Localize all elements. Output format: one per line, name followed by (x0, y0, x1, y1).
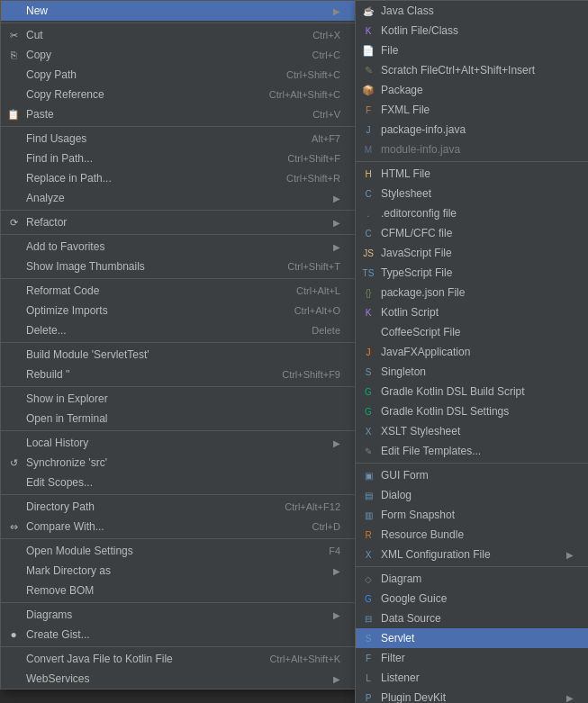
submenu-item-plugin-devkit[interactable]: PPlugin DevKit▶ (356, 688, 588, 703)
submenu-label: Gradle Kotlin DSL Settings (381, 405, 509, 418)
menu-separator (1, 126, 355, 127)
submenu-item-dialog[interactable]: ▤Dialog (356, 485, 588, 505)
menu-item-add-favorites[interactable]: Add to Favorites▶ (1, 237, 355, 257)
submenu-item-gradle-kotlin-build[interactable]: GGradle Kotlin DSL Build Script (356, 382, 588, 401)
submenu-label: Scratch File (381, 64, 438, 77)
submenu-item-xml-config[interactable]: XXML Configuration File▶ (356, 545, 588, 564)
submenu-label: Package (381, 84, 423, 96)
submenu-item-edit-file-templates[interactable]: ✎Edit File Templates... (356, 441, 588, 461)
submenu-item-data-source[interactable]: ⊟Data Source (356, 608, 588, 628)
submenu-item-fxml-file[interactable]: FFXML File (356, 100, 588, 120)
submenu-item-xslt-stylesheet[interactable]: XXSLT Stylesheet (356, 421, 588, 441)
submenu-item-filter[interactable]: FFilter (356, 648, 588, 668)
menu-item-rebuild[interactable]: Rebuild ''Ctrl+Shift+F9 (1, 365, 355, 384)
menu-shortcut: Alt+F7 (285, 133, 340, 144)
menu-item-new[interactable]: New▶ (1, 1, 355, 21)
folder-icon (6, 4, 21, 18)
menu-item-copy[interactable]: ⎘CopyCtrl+C (1, 45, 355, 65)
menu-item-mark-directory[interactable]: Mark Directory as▶ (1, 561, 355, 581)
submenu-item-cfml[interactable]: CCFML/CFC file (356, 223, 588, 243)
submenu-item-package-json[interactable]: {}package.json File (356, 283, 588, 302)
submenu-item-kotlin-script[interactable]: KKotlin Script (356, 302, 588, 322)
singleton-icon: S (361, 365, 375, 379)
menu-item-delete[interactable]: Delete...Delete (1, 320, 355, 340)
menu-separator (1, 234, 355, 235)
menu-item-show-thumbnails[interactable]: Show Image ThumbnailsCtrl+Shift+T (1, 257, 355, 276)
submenu-item-editorconfig[interactable]: ..editorconfig file (356, 203, 588, 223)
kotlin-icon: K (361, 23, 375, 38)
json-icon: {} (361, 285, 375, 300)
submenu-item-file[interactable]: 📄File (356, 41, 588, 60)
menu-item-paste[interactable]: 📋PasteCtrl+V (1, 104, 355, 124)
submenu-item-package[interactable]: 📦Package (356, 80, 588, 100)
menu-item-convert-java[interactable]: Convert Java File to Kotlin FileCtrl+Alt… (1, 649, 355, 669)
menu-item-synchronize[interactable]: ↺Synchronize 'src' (1, 453, 355, 473)
menu-item-compare-with[interactable]: ⇔Compare With...Ctrl+D (1, 517, 355, 536)
menu-shortcut: Ctrl+Alt+O (267, 305, 340, 316)
menu-item-reformat[interactable]: Reformat CodeCtrl+Alt+L (1, 281, 355, 301)
menu-item-copy-path[interactable]: Copy PathCtrl+Shift+C (1, 65, 355, 85)
menu-item-create-gist[interactable]: ●Create Gist... (1, 625, 355, 644)
menu-item-open-module-settings[interactable]: Open Module SettingsF4 (1, 541, 355, 561)
submenu-item-java-class[interactable]: ☕Java Class (356, 1, 588, 21)
menu-item-find-in-path[interactable]: Find in Path...Ctrl+Shift+F (1, 149, 355, 168)
submenu-item-scratch-file[interactable]: ✎Scratch FileCtrl+Alt+Shift+Insert (356, 60, 588, 80)
menu-shortcut: Ctrl+Alt+Shift+K (242, 653, 340, 664)
submenu-item-javascript-file[interactable]: JSJavaScript File (356, 243, 588, 263)
submenu-item-javafx-app[interactable]: JJavaFXApplication (356, 342, 588, 362)
menu-item-remove-bom[interactable]: Remove BOM (1, 581, 355, 600)
submenu-item-package-info[interactable]: Jpackage-info.java (356, 120, 588, 140)
copy-icon: ⎘ (6, 48, 21, 62)
submenu-item-diagram[interactable]: ◇Diagram (356, 569, 588, 589)
submenu-item-html-file[interactable]: HHTML File (356, 164, 588, 184)
submenu-arrow-icon: ▶ (333, 218, 340, 228)
menu-item-build-module[interactable]: Build Module 'ServletTest' (1, 345, 355, 365)
submenu-item-kotlin-file[interactable]: KKotlin File/Class (356, 21, 588, 41)
sync-icon: ↺ (6, 455, 21, 470)
submenu-item-singleton[interactable]: SSingleton (356, 362, 588, 382)
menu-item-local-history[interactable]: Local History▶ (1, 433, 355, 453)
submenu-item-listener[interactable]: LListener (356, 668, 588, 688)
submenu-label: Java Class (381, 5, 434, 17)
menu-item-cut[interactable]: ✂CutCtrl+X (1, 25, 355, 45)
submenu-item-gui-form[interactable]: ▣GUI Form (356, 465, 588, 485)
submenu-item-coffeescript[interactable]: CoffeeScript File (356, 322, 588, 342)
menu-item-copy-ref[interactable]: Copy ReferenceCtrl+Alt+Shift+C (1, 85, 355, 104)
menu-item-webservices[interactable]: WebServices▶ (1, 669, 355, 689)
menu-separator (1, 646, 355, 647)
menu-separator (1, 210, 355, 211)
menu-item-find-usages[interactable]: Find UsagesAlt+F7 (1, 129, 355, 149)
file-icon: 📄 (361, 43, 375, 58)
menu-item-directory-path[interactable]: Directory PathCtrl+Alt+F12 (1, 497, 355, 517)
menu-shortcut: Ctrl+C (285, 50, 340, 60)
menu-item-optimize[interactable]: Optimize ImportsCtrl+Alt+O (1, 301, 355, 320)
dialog-icon: ▤ (361, 488, 375, 502)
menu-label: Mark Directory as (26, 564, 111, 577)
submenu-item-stylesheet[interactable]: CStylesheet (356, 184, 588, 203)
gui-icon: ▣ (361, 468, 375, 482)
html-icon: H (361, 167, 375, 181)
submenu-arrow-icon: ▶ (333, 194, 340, 203)
submenu-item-google-guice[interactable]: GGoogle Guice (356, 589, 588, 608)
cut-icon: ✂ (6, 28, 21, 42)
menu-item-edit-scopes[interactable]: Edit Scopes... (1, 473, 355, 492)
submenu-item-module-info[interactable]: Mmodule-info.java (356, 140, 588, 159)
menu-label: Directory Path (26, 500, 95, 513)
submenu-label: Google Guice (381, 592, 447, 605)
menu-item-replace-in-path[interactable]: Replace in Path...Ctrl+Shift+R (1, 168, 355, 188)
gist-icon: ● (6, 627, 21, 642)
menu-label: Diagrams (26, 608, 72, 621)
menu-label: Paste (26, 108, 54, 121)
submenu-item-resource-bundle[interactable]: RResource Bundle (356, 525, 588, 545)
menu-item-open-terminal[interactable]: Open in Terminal (1, 409, 355, 428)
submenu-item-typescript-file[interactable]: TSTypeScript File (356, 263, 588, 283)
submenu-item-servlet[interactable]: SServlet (356, 628, 588, 648)
javafx-icon: J (361, 345, 375, 359)
menu-item-analyze[interactable]: Analyze▶ (1, 188, 355, 208)
submenu-label: Form Snapshot (381, 509, 455, 521)
menu-item-show-explorer[interactable]: Show in Explorer (1, 389, 355, 409)
menu-item-refactor[interactable]: ⟳Refactor▶ (1, 212, 355, 232)
submenu-item-gradle-kotlin-settings[interactable]: GGradle Kotlin DSL Settings (356, 401, 588, 421)
submenu-item-form-snapshot[interactable]: ▥Form Snapshot (356, 505, 588, 525)
menu-item-diagrams[interactable]: Diagrams▶ (1, 605, 355, 625)
